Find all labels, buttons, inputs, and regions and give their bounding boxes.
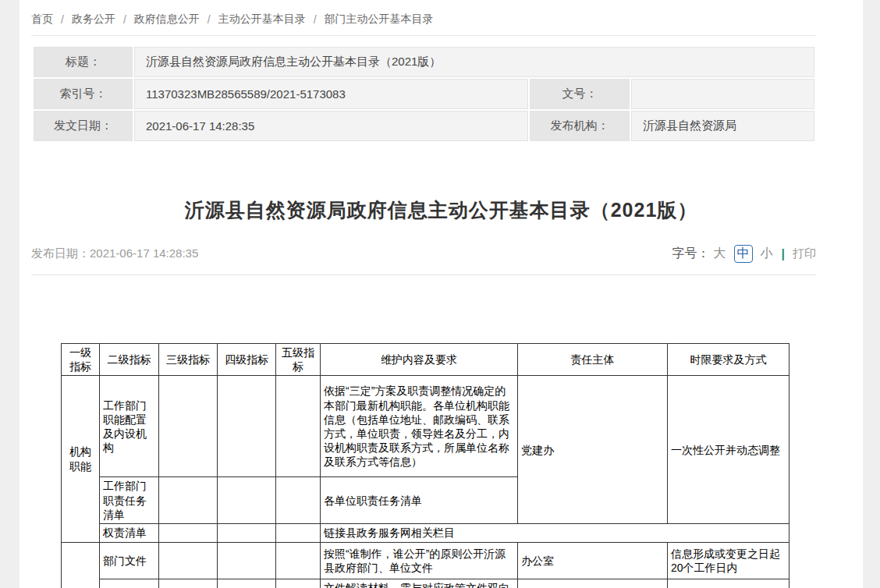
meta-agency-label: 发布机构： (530, 111, 630, 141)
font-size-large-button[interactable]: 大 (714, 246, 726, 262)
cell-responsible: 文件起草科室、单位 (518, 579, 668, 588)
cell-indicator4 (218, 579, 276, 588)
cell-indicator2: 权责清单 (100, 523, 159, 542)
cell-indicator5 (276, 542, 321, 579)
catalog-table: 一级指标 二级指标 三级指标 四级指标 五级指标 维护内容及要求 责任主体 时限… (61, 343, 790, 588)
meta-row-index: 索引号： 11370323MB28565589/2021-5173083 文号： (34, 79, 814, 109)
cell-responsible: 办公室 (518, 542, 668, 579)
meta-agency-value: 沂源县自然资源局 (631, 111, 814, 141)
meta-title-value: 沂源县自然资源局政府信息主动公开基本目录（2021版） (134, 47, 814, 77)
breadcrumb-separator: / (314, 13, 317, 26)
breadcrumb-home[interactable]: 首页 (31, 12, 53, 27)
meta-row-date: 发文日期： 2021-06-17 14:28:35 发布机构： 沂源县自然资源局 (34, 111, 814, 141)
cell-content: 依据“三定”方案及职责调整情况确定的本部门最新机构职能。各单位机构职能信息（包括… (321, 376, 518, 477)
meta-docno-value (631, 79, 814, 109)
font-size-tools: 字号： 大 中 小 | 打印 (672, 245, 816, 263)
header-content: 维护内容及要求 (321, 344, 518, 376)
cell-indicator3 (159, 579, 218, 588)
cell-indicator3 (159, 523, 218, 542)
cell-time-limit: 一次性公开并动态调整 (668, 376, 790, 524)
table-row: 机构职能 工作部门职能配置及内设机构 依据“三定”方案及职责调整情况确定的本部门… (62, 376, 790, 477)
publish-date: 发布日期：2021-06-17 14:28:35 (31, 246, 198, 261)
catalog-table-wrap: 一级指标 二级指标 三级指标 四级指标 五级指标 维护内容及要求 责任主体 时限… (61, 343, 790, 588)
cell-indicator2: 工作部门职责任务清单 (100, 477, 159, 524)
breadcrumb: 首页 / 政务公开 / 政府信息公开 / 主动公开基本目录 / 部门主动公开基本… (31, 12, 434, 27)
header-indicator5: 五级指标 (276, 344, 321, 376)
print-button[interactable]: 打印 (793, 246, 816, 261)
table-row: 权责清单 链接县政务服务网相关栏目 (62, 523, 790, 542)
meta-title-label: 标题： (34, 47, 133, 77)
content-panel: 首页 / 政务公开 / 政府信息公开 / 主动公开基本目录 / 部门主动公开基本… (20, 0, 863, 588)
breadcrumb-dept-catalog[interactable]: 部门主动公开基本目录 (325, 12, 434, 27)
cell-responsible: 党建办 (518, 376, 668, 524)
cell-time-limit: 与所解读文件同步公开 (668, 579, 790, 588)
breadcrumb-basic-catalog[interactable]: 主动公开基本目录 (218, 12, 306, 27)
meta-docno-label: 文号： (530, 79, 630, 109)
table-row: 部门文件 按照“谁制作，谁公开”的原则公开沂源县政府部门、单位文件 办公室 信息… (62, 542, 790, 579)
meta-index-label: 索引号： (34, 79, 133, 109)
print-divider: | (782, 247, 785, 261)
cell-indicator1: 机构职能 (62, 376, 100, 543)
meta-date-value: 2021-06-17 14:28:35 (134, 111, 528, 141)
breadcrumb-separator: / (61, 13, 64, 26)
cell-indicator3 (159, 542, 218, 579)
cell-indicator2: 部门文件 (100, 542, 159, 579)
cell-content: 文件解读材料，需与对应政策文件双向关联 (321, 579, 518, 588)
cell-indicator4 (218, 523, 276, 542)
meta-date-label: 发文日期： (34, 111, 133, 141)
header-indicator2: 二级指标 (100, 344, 159, 376)
font-size-small-button[interactable]: 小 (761, 246, 773, 262)
cell-time-limit: 信息形成或变更之日起20个工作日内 (668, 542, 790, 579)
cell-content: 链接县政务服务网相关栏目 (321, 523, 790, 542)
cell-indicator4 (218, 477, 276, 524)
breadcrumb-info-disclosure[interactable]: 政府信息公开 (134, 12, 200, 27)
cell-indicator5 (276, 376, 321, 477)
cell-indicator1 (62, 542, 100, 588)
page: 首页 / 政务公开 / 政府信息公开 / 主动公开基本目录 / 部门主动公开基本… (0, 0, 880, 588)
cell-indicator3 (159, 477, 218, 524)
header-time-limit: 时限要求及方式 (668, 344, 790, 376)
breadcrumb-zhengwu[interactable]: 政务公开 (72, 12, 115, 27)
cell-indicator5 (276, 579, 321, 588)
breadcrumb-divider (31, 35, 816, 36)
cell-content: 按照“谁制作，谁公开”的原则公开沂源县政府部门、单位文件 (321, 542, 518, 579)
cell-indicator4 (218, 376, 276, 477)
cell-indicator2: 政策解读 (100, 579, 159, 588)
cell-indicator4 (218, 542, 276, 579)
header-indicator1: 一级指标 (62, 344, 100, 376)
breadcrumb-separator: / (123, 13, 126, 26)
cell-indicator2: 工作部门职能配置及内设机构 (100, 376, 159, 477)
header-responsible: 责任主体 (518, 344, 668, 376)
breadcrumb-separator: / (208, 13, 211, 26)
cell-indicator5 (276, 477, 321, 524)
header-indicator4: 四级指标 (218, 344, 276, 376)
cell-indicator3 (159, 376, 218, 477)
header-divider (31, 275, 816, 275)
header-indicator3: 三级指标 (159, 344, 218, 376)
meta-index-value: 11370323MB28565589/2021-5173083 (134, 79, 528, 109)
publish-row: 发布日期：2021-06-17 14:28:35 字号： 大 中 小 | 打印 (31, 245, 816, 263)
font-size-label: 字号： (672, 246, 710, 262)
cell-content: 各单位职责任务清单 (321, 477, 518, 524)
cell-indicator5 (276, 523, 321, 542)
catalog-header-row: 一级指标 二级指标 三级指标 四级指标 五级指标 维护内容及要求 责任主体 时限… (62, 344, 790, 376)
page-title: 沂源县自然资源局政府信息主动公开基本目录（2021版） (20, 197, 863, 223)
font-size-medium-button[interactable]: 中 (734, 245, 753, 263)
meta-row-title: 标题： 沂源县自然资源局政府信息主动公开基本目录（2021版） (34, 47, 814, 77)
table-row: 政策解读 文件解读材料，需与对应政策文件双向关联 文件起草科室、单位 与所解读文… (62, 579, 790, 588)
document-meta-table: 标题： 沂源县自然资源局政府信息主动公开基本目录（2021版） 索引号： 113… (34, 47, 814, 141)
